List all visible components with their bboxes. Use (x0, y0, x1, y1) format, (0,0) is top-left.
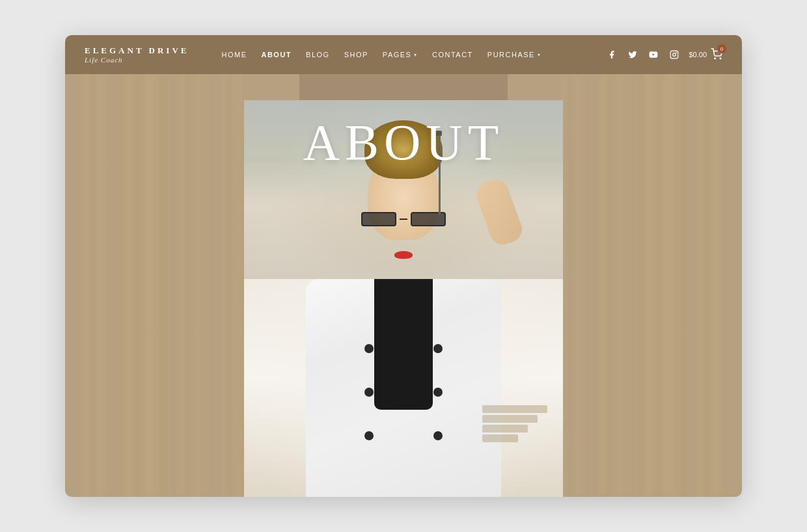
column-8 (693, 74, 729, 497)
nav-item-purchase[interactable]: PURCHASE ▾ (487, 51, 541, 59)
nav-right: $0.00 0 (605, 48, 722, 61)
jacket-button-6 (433, 431, 443, 440)
instagram-icon[interactable] (668, 48, 681, 61)
nav-links: HOME ABOUT BLOG SHOP PAGES ▾ CONTACT PUR… (221, 51, 605, 59)
chevron-down-icon: ▾ (414, 52, 418, 58)
logo-area[interactable]: ELEGANT DRIVE Life Coach (85, 46, 189, 64)
svg-rect-1 (671, 51, 679, 59)
step-1 (482, 405, 547, 413)
glass-left (361, 212, 396, 226)
cart-badge: 0 (717, 44, 726, 53)
facebook-icon[interactable] (605, 48, 618, 61)
chevron-down-icon: ▾ (538, 52, 541, 58)
cart-price: $0.00 (689, 51, 707, 59)
twitter-icon[interactable] (626, 48, 639, 61)
columns-left (78, 74, 260, 497)
nav-item-shop[interactable]: SHOP (344, 51, 368, 59)
svg-point-4 (715, 58, 716, 59)
jacket-button-2 (364, 388, 374, 397)
columns-right (547, 74, 729, 497)
svg-point-2 (673, 53, 676, 57)
youtube-icon[interactable] (647, 48, 660, 61)
step-4 (482, 434, 518, 442)
cart-area[interactable]: $0.00 0 (689, 48, 722, 61)
svg-point-5 (720, 58, 721, 59)
jacket-button-1 (364, 344, 374, 353)
svg-point-3 (676, 52, 677, 53)
nav-item-home[interactable]: HOME (221, 51, 247, 59)
step-3 (482, 425, 528, 432)
nav-item-contact[interactable]: CONTACT (432, 51, 473, 59)
jacket-button-5 (433, 388, 443, 397)
lips-area (394, 251, 413, 259)
nav-item-about[interactable]: ABOUT (261, 51, 292, 59)
cart-icon[interactable]: 0 (711, 48, 722, 61)
sunglasses (361, 211, 446, 228)
browser-window: ELEGANT DRIVE Life Coach HOME ABOUT BLOG… (65, 35, 742, 497)
jacket-button-3 (364, 431, 374, 440)
glass-right (411, 212, 446, 226)
navbar: ELEGANT DRIVE Life Coach HOME ABOUT BLOG… (65, 35, 742, 74)
nav-item-pages[interactable]: PAGES ▾ (383, 51, 418, 59)
logo-title: ELEGANT DRIVE (85, 46, 189, 56)
nav-item-blog[interactable]: BLOG (306, 51, 330, 59)
bg-steps (482, 405, 547, 457)
hero-section: ABOUT (65, 74, 742, 497)
glass-bridge (400, 219, 407, 220)
logo-subtitle: Life Coach (85, 56, 123, 64)
page-title: ABOUT (303, 113, 504, 172)
jacket-button-4 (433, 344, 443, 353)
jacket-area (306, 279, 501, 498)
inner-shirt (374, 279, 433, 410)
step-2 (482, 415, 538, 423)
